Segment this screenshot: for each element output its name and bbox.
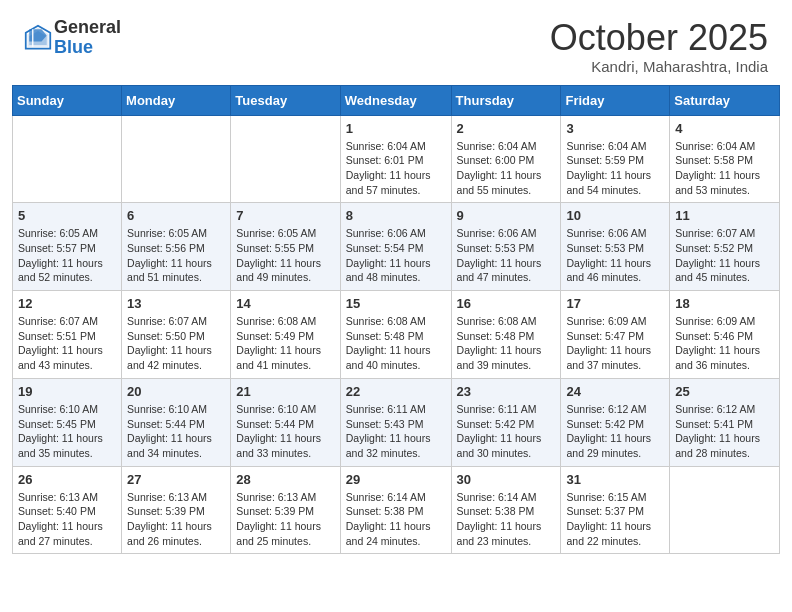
cell-info: and 32 minutes. [346, 446, 446, 461]
cell-info: and 54 minutes. [566, 183, 664, 198]
cell-info: Daylight: 11 hours [236, 519, 334, 534]
day-number: 28 [236, 472, 334, 487]
cell-info: Daylight: 11 hours [127, 431, 225, 446]
calendar-cell: 24Sunrise: 6:12 AMSunset: 5:42 PMDayligh… [561, 378, 670, 466]
cell-info: and 37 minutes. [566, 358, 664, 373]
day-number: 8 [346, 208, 446, 223]
cell-info: Daylight: 11 hours [457, 343, 556, 358]
day-number: 6 [127, 208, 225, 223]
day-number: 13 [127, 296, 225, 311]
logo-icon [24, 24, 52, 52]
calendar-cell: 9Sunrise: 6:06 AMSunset: 5:53 PMDaylight… [451, 203, 561, 291]
calendar-cell: 6Sunrise: 6:05 AMSunset: 5:56 PMDaylight… [122, 203, 231, 291]
month-title: October 2025 [550, 18, 768, 58]
cell-info: and 40 minutes. [346, 358, 446, 373]
cell-info: and 25 minutes. [236, 534, 334, 549]
calendar-cell: 3Sunrise: 6:04 AMSunset: 5:59 PMDaylight… [561, 115, 670, 203]
calendar-cell: 13Sunrise: 6:07 AMSunset: 5:50 PMDayligh… [122, 291, 231, 379]
day-number: 9 [457, 208, 556, 223]
cell-info: Sunset: 5:40 PM [18, 504, 116, 519]
cell-info: Sunrise: 6:06 AM [457, 226, 556, 241]
cell-info: Daylight: 11 hours [127, 343, 225, 358]
cell-info: Daylight: 11 hours [236, 343, 334, 358]
day-number: 3 [566, 121, 664, 136]
cell-info: Sunrise: 6:13 AM [236, 490, 334, 505]
cell-info: and 22 minutes. [566, 534, 664, 549]
cell-info: Sunrise: 6:04 AM [346, 139, 446, 154]
cell-info: Sunrise: 6:08 AM [457, 314, 556, 329]
cell-info: and 39 minutes. [457, 358, 556, 373]
cell-info: Sunset: 6:01 PM [346, 153, 446, 168]
cell-info: Daylight: 11 hours [457, 168, 556, 183]
cell-info: and 36 minutes. [675, 358, 774, 373]
calendar-cell [13, 115, 122, 203]
cell-info: and 57 minutes. [346, 183, 446, 198]
day-number: 24 [566, 384, 664, 399]
day-number: 11 [675, 208, 774, 223]
calendar-body: 1Sunrise: 6:04 AMSunset: 6:01 PMDaylight… [13, 115, 780, 554]
cell-info: Sunrise: 6:14 AM [457, 490, 556, 505]
calendar-cell: 17Sunrise: 6:09 AMSunset: 5:47 PMDayligh… [561, 291, 670, 379]
cell-info: Sunrise: 6:10 AM [236, 402, 334, 417]
day-number: 21 [236, 384, 334, 399]
cell-info: Sunrise: 6:05 AM [127, 226, 225, 241]
cell-info: Sunset: 5:43 PM [346, 417, 446, 432]
day-number: 22 [346, 384, 446, 399]
day-number: 2 [457, 121, 556, 136]
day-number: 17 [566, 296, 664, 311]
calendar-header: Sunday Monday Tuesday Wednesday Thursday… [13, 85, 780, 115]
calendar-cell: 15Sunrise: 6:08 AMSunset: 5:48 PMDayligh… [340, 291, 451, 379]
cell-info: Daylight: 11 hours [127, 519, 225, 534]
cell-info: Daylight: 11 hours [457, 431, 556, 446]
calendar-cell: 28Sunrise: 6:13 AMSunset: 5:39 PMDayligh… [231, 466, 340, 554]
calendar-cell: 1Sunrise: 6:04 AMSunset: 6:01 PMDaylight… [340, 115, 451, 203]
calendar-cell [231, 115, 340, 203]
cell-info: Sunset: 5:47 PM [566, 329, 664, 344]
cell-info: and 41 minutes. [236, 358, 334, 373]
header-thursday: Thursday [451, 85, 561, 115]
logo-general-text: General [54, 18, 121, 38]
day-number: 14 [236, 296, 334, 311]
cell-info: Sunset: 5:59 PM [566, 153, 664, 168]
cell-info: Sunset: 5:39 PM [236, 504, 334, 519]
day-number: 25 [675, 384, 774, 399]
cell-info: Sunrise: 6:13 AM [18, 490, 116, 505]
cell-info: Sunrise: 6:08 AM [346, 314, 446, 329]
cell-info: Daylight: 11 hours [566, 256, 664, 271]
calendar-cell: 7Sunrise: 6:05 AMSunset: 5:55 PMDaylight… [231, 203, 340, 291]
cell-info: Sunrise: 6:07 AM [675, 226, 774, 241]
cell-info: Sunset: 5:55 PM [236, 241, 334, 256]
day-number: 20 [127, 384, 225, 399]
cell-info: and 47 minutes. [457, 270, 556, 285]
cell-info: and 48 minutes. [346, 270, 446, 285]
header-row: Sunday Monday Tuesday Wednesday Thursday… [13, 85, 780, 115]
calendar-cell: 27Sunrise: 6:13 AMSunset: 5:39 PMDayligh… [122, 466, 231, 554]
day-number: 5 [18, 208, 116, 223]
cell-info: Daylight: 11 hours [18, 519, 116, 534]
cell-info: Sunset: 5:42 PM [566, 417, 664, 432]
cell-info: Sunset: 5:48 PM [346, 329, 446, 344]
header-monday: Monday [122, 85, 231, 115]
day-number: 1 [346, 121, 446, 136]
title-block: October 2025 Kandri, Maharashtra, India [550, 18, 768, 75]
cell-info: Daylight: 11 hours [566, 168, 664, 183]
cell-info: Sunrise: 6:10 AM [18, 402, 116, 417]
cell-info: Sunset: 5:41 PM [675, 417, 774, 432]
calendar-week-row: 26Sunrise: 6:13 AMSunset: 5:40 PMDayligh… [13, 466, 780, 554]
cell-info: Sunrise: 6:05 AM [236, 226, 334, 241]
cell-info: and 33 minutes. [236, 446, 334, 461]
cell-info: and 42 minutes. [127, 358, 225, 373]
cell-info: Daylight: 11 hours [675, 168, 774, 183]
cell-info: Sunrise: 6:07 AM [18, 314, 116, 329]
header-saturday: Saturday [670, 85, 780, 115]
cell-info: Sunset: 5:48 PM [457, 329, 556, 344]
cell-info: Sunrise: 6:06 AM [566, 226, 664, 241]
calendar-cell: 16Sunrise: 6:08 AMSunset: 5:48 PMDayligh… [451, 291, 561, 379]
cell-info: and 23 minutes. [457, 534, 556, 549]
cell-info: Sunset: 5:37 PM [566, 504, 664, 519]
cell-info: Daylight: 11 hours [566, 343, 664, 358]
cell-info: and 30 minutes. [457, 446, 556, 461]
cell-info: Daylight: 11 hours [457, 256, 556, 271]
cell-info: and 49 minutes. [236, 270, 334, 285]
cell-info: Sunrise: 6:09 AM [566, 314, 664, 329]
